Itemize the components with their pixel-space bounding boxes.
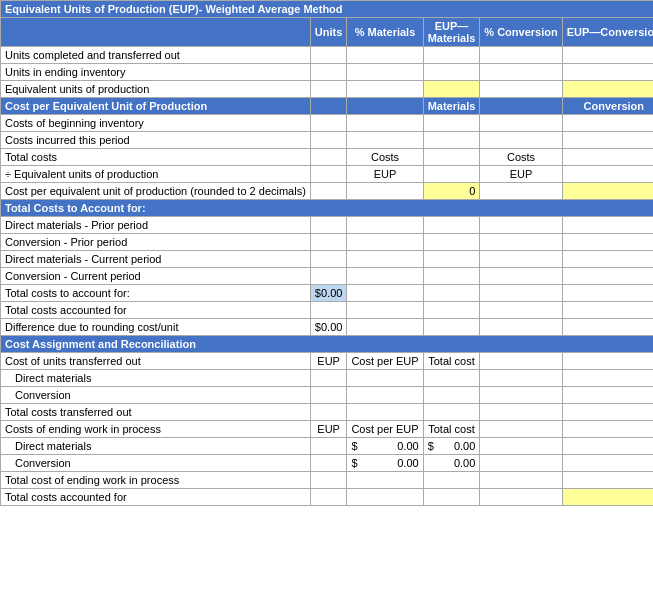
input-cell[interactable] <box>310 387 347 404</box>
input-field[interactable] <box>351 83 418 95</box>
input-field[interactable] <box>484 134 557 146</box>
empty-cell <box>480 234 562 251</box>
input-cell[interactable] <box>347 387 423 404</box>
table-row: Total costs accounted for <box>1 302 654 319</box>
input-field[interactable] <box>351 372 418 384</box>
mat-total-val: 0.00 <box>454 440 475 452</box>
empty-cell <box>480 353 562 370</box>
input-field[interactable] <box>428 134 476 146</box>
col6-header: EUP—Conversion <box>562 18 653 47</box>
eup-header-cell2: EUP <box>310 421 347 438</box>
eup-header-cell: EUP <box>310 353 347 370</box>
empty-cell <box>347 234 423 251</box>
empty-cell <box>347 268 423 285</box>
input-field[interactable] <box>351 134 418 146</box>
input-cell[interactable] <box>480 132 562 149</box>
input-cell[interactable] <box>480 81 562 98</box>
input-field[interactable] <box>351 49 418 61</box>
row-label: Total costs accounted for <box>1 489 311 506</box>
input-cell[interactable] <box>310 81 347 98</box>
input-field[interactable] <box>315 389 343 401</box>
empty-cell <box>480 421 562 438</box>
empty-cell <box>423 268 480 285</box>
section-label: Cost Assignment and Reconciliation <box>1 336 654 353</box>
input-cell[interactable] <box>562 64 653 81</box>
input-field[interactable] <box>567 49 653 61</box>
input-field[interactable] <box>315 219 343 231</box>
input-cell[interactable] <box>310 64 347 81</box>
input-cell[interactable] <box>310 217 347 234</box>
input-cell[interactable] <box>423 370 480 387</box>
input-cell[interactable] <box>347 370 423 387</box>
input-field[interactable] <box>567 134 653 146</box>
input-field[interactable] <box>315 270 343 282</box>
table-row: Cost per equivalent unit of production (… <box>1 183 654 200</box>
section-label: Total Costs to Account for: <box>1 200 654 217</box>
input-cell[interactable] <box>310 370 347 387</box>
row-label: Conversion - Prior period <box>1 234 311 251</box>
input-field[interactable] <box>315 49 343 61</box>
cost-per-eup-cell: Cost per EUP <box>347 353 423 370</box>
input-cell[interactable] <box>347 47 423 64</box>
empty-cell <box>310 183 347 200</box>
table-row: Direct materials $ 0.00 $ 0.00 <box>1 438 654 455</box>
input-cell[interactable] <box>423 132 480 149</box>
input-cell[interactable] <box>310 268 347 285</box>
input-field[interactable] <box>428 389 476 401</box>
empty-cell <box>480 268 562 285</box>
input-field[interactable] <box>484 117 557 129</box>
input-cell[interactable] <box>310 302 347 319</box>
input-cell[interactable] <box>347 132 423 149</box>
input-cell[interactable] <box>423 47 480 64</box>
input-cell[interactable] <box>310 455 347 472</box>
input-field[interactable] <box>315 66 343 78</box>
input-field[interactable] <box>484 66 557 78</box>
input-field[interactable] <box>351 66 418 78</box>
input-cell[interactable] <box>562 47 653 64</box>
table-row: Direct materials - Prior period <box>1 217 654 234</box>
input-field[interactable] <box>315 304 343 316</box>
section-header-row: Cost Assignment and Reconciliation <box>1 336 654 353</box>
input-cell[interactable] <box>310 438 347 455</box>
input-field[interactable] <box>315 457 343 469</box>
empty-cell <box>480 438 562 455</box>
input-field[interactable] <box>428 117 476 129</box>
table-row: Equivalent units of production <box>1 81 654 98</box>
input-field[interactable] <box>351 117 418 129</box>
input-cell[interactable] <box>347 81 423 98</box>
input-field[interactable] <box>315 372 343 384</box>
input-cell[interactable] <box>480 64 562 81</box>
input-cell[interactable] <box>310 47 347 64</box>
input-field[interactable] <box>428 372 476 384</box>
input-cell[interactable] <box>310 234 347 251</box>
input-field[interactable] <box>315 83 343 95</box>
input-field[interactable] <box>315 236 343 248</box>
input-field[interactable] <box>567 66 653 78</box>
row-label: Units in ending inventory <box>1 64 311 81</box>
input-cell[interactable] <box>480 47 562 64</box>
input-field[interactable] <box>484 49 557 61</box>
input-field[interactable] <box>351 389 418 401</box>
input-cell[interactable] <box>562 115 653 132</box>
input-field[interactable] <box>428 49 476 61</box>
input-cell[interactable] <box>423 64 480 81</box>
table-row: Direct materials <box>1 370 654 387</box>
empty-cell <box>562 217 653 234</box>
input-cell[interactable] <box>562 132 653 149</box>
input-cell[interactable] <box>347 64 423 81</box>
empty-cell <box>423 251 480 268</box>
input-field[interactable] <box>315 253 343 265</box>
input-cell[interactable] <box>423 115 480 132</box>
section-label: Cost per Equivalent Unit of Production <box>1 98 311 115</box>
input-cell[interactable] <box>347 115 423 132</box>
input-field[interactable] <box>428 66 476 78</box>
input-cell[interactable] <box>423 387 480 404</box>
input-field[interactable] <box>484 83 557 95</box>
input-field[interactable] <box>315 440 343 452</box>
section-header-row: Total Costs to Account for: <box>1 200 654 217</box>
input-field[interactable] <box>567 117 653 129</box>
input-cell[interactable] <box>480 115 562 132</box>
input-cell[interactable] <box>310 251 347 268</box>
empty-cell <box>423 217 480 234</box>
table-row: Total cost of ending work in process <box>1 472 654 489</box>
